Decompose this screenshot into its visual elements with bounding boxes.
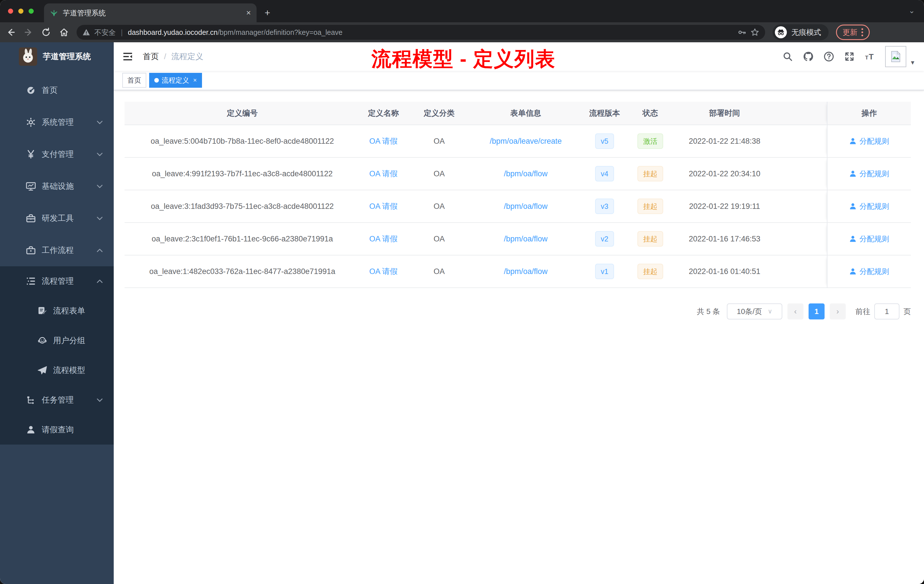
tab-close-icon[interactable]: × (246, 8, 251, 17)
definition-category: OA (407, 267, 472, 276)
new-tab-button[interactable]: + (264, 7, 270, 18)
user-icon (849, 203, 856, 210)
search-icon[interactable] (782, 51, 793, 62)
sidebar-item-任务管理[interactable]: 任务管理 (0, 385, 114, 415)
sidebar-item-请假查询[interactable]: 请假查询 (0, 415, 114, 445)
logo-rabbit-avatar (19, 48, 37, 66)
deploy-time: 2022-01-22 19:19:11 (672, 202, 778, 211)
form-info-link[interactable]: /bpm/oa/flow (504, 170, 548, 178)
page-size-select[interactable]: 10条/页 ∨ (727, 304, 782, 319)
sidebar-item-流程表单[interactable]: 流程表单 (0, 296, 114, 326)
assign-rule-link[interactable]: 分配规则 (849, 267, 889, 277)
assign-rule-link[interactable]: 分配规则 (849, 201, 889, 211)
definition-name-link[interactable]: OA 请假 (369, 170, 398, 178)
sidebar-item-支付管理[interactable]: 支付管理 (0, 138, 114, 170)
bookmark-star-icon[interactable] (750, 28, 759, 37)
browser-update-button[interactable]: 更新 (836, 25, 870, 40)
sidebar-logo[interactable]: 芋道管理系统 (0, 42, 114, 71)
definition-name-link[interactable]: OA 请假 (369, 137, 398, 145)
fullscreen-icon[interactable] (844, 51, 855, 62)
tag-首页[interactable]: 首页 (122, 73, 146, 88)
definition-category: OA (407, 202, 472, 211)
chevron-down-icon (96, 183, 104, 190)
browser-window: 芋道管理系统 × + ⌄ 不安全 | dashboard.yudao.iocod… (0, 0, 924, 584)
sidebar-item-流程模型[interactable]: 流程模型 (0, 355, 114, 385)
navbar: 首页 / 流程定义 流程模型 - 定义列表 (114, 42, 924, 71)
password-key-icon[interactable] (738, 28, 746, 36)
reload-icon[interactable] (41, 27, 51, 38)
forward-icon[interactable] (23, 27, 34, 38)
user-avatar-menu[interactable]: ▼ (885, 46, 916, 67)
assign-rule-link[interactable]: 分配规则 (849, 169, 889, 179)
breadcrumb-home[interactable]: 首页 (143, 51, 159, 62)
github-icon[interactable] (803, 51, 814, 62)
assign-rule-link[interactable]: 分配规则 (849, 136, 889, 146)
tag-close-icon[interactable]: × (193, 77, 197, 84)
url-domain: dashboard.yudao.iocoder.cn (128, 28, 218, 36)
browser-toolbar: 不安全 | dashboard.yudao.iocoder.cn/bpm/man… (0, 22, 924, 42)
sidebar-item-用户分组[interactable]: 用户分组 (0, 326, 114, 355)
sidebar-item-流程管理[interactable]: 流程管理 (0, 266, 114, 296)
definition-id: oa_leave:5:004b710b-7b8a-11ec-8ef0-acde4… (125, 137, 360, 146)
incognito-badge: 无痕模式 (772, 24, 828, 40)
home-icon[interactable] (59, 27, 69, 38)
definition-name-link[interactable]: OA 请假 (369, 202, 398, 211)
definition-name-link[interactable]: OA 请假 (369, 267, 398, 276)
version-badge: v5 (595, 134, 614, 149)
version-badge: v4 (595, 166, 614, 181)
definition-table: 定义编号 定义名称 定义分类 表单信息 流程版本 状态 部署时间 操作 oa_l… (125, 102, 911, 288)
maximize-window-button[interactable] (28, 8, 34, 14)
definition-name-link[interactable]: OA 请假 (369, 234, 398, 243)
browser-tab[interactable]: 芋道管理系统 × (44, 3, 257, 22)
prev-page-button[interactable]: ‹ (787, 304, 804, 319)
table-row: oa_leave:4:991f2193-7b7f-11ec-a3c8-acde4… (125, 158, 911, 190)
form-info-link[interactable]: /bpm/oa/flow (504, 202, 548, 211)
form-info-link[interactable]: /bpm/oa/flow (504, 267, 548, 276)
assign-rule-link[interactable]: 分配规则 (849, 234, 889, 244)
breadcrumb-current: 流程定义 (172, 51, 203, 62)
font-size-icon[interactable]: TT (865, 51, 875, 62)
browser-menu-icon[interactable] (861, 28, 863, 36)
window-controls[interactable] (0, 0, 44, 22)
person-icon (26, 425, 36, 435)
sidebar-item-首页[interactable]: 首页 (0, 74, 114, 106)
sidebar-item-研发工具[interactable]: 研发工具 (0, 202, 114, 234)
security-warning-icon[interactable] (82, 28, 90, 36)
status-badge: 挂起 (637, 231, 663, 247)
yen-icon (26, 149, 36, 159)
sidebar-item-系统管理[interactable]: 系统管理 (0, 106, 114, 138)
help-icon[interactable] (823, 51, 834, 62)
breadcrumb-separator: / (164, 52, 166, 61)
back-icon[interactable] (6, 27, 16, 38)
tag-流程定义[interactable]: 流程定义× (149, 73, 202, 88)
briefcase-icon (26, 245, 36, 256)
svg-text:T: T (865, 54, 869, 61)
chevron-down-icon (96, 396, 104, 404)
avatar-caret-icon[interactable]: ▼ (910, 59, 916, 67)
close-window-button[interactable] (8, 8, 13, 14)
navbar-actions: TT ▼ (782, 46, 916, 67)
col-definition-name: 定义名称 (360, 108, 407, 118)
table-header-row: 定义编号 定义名称 定义分类 表单信息 流程版本 状态 部署时间 操作 (125, 102, 911, 125)
tab-overflow-caret-icon[interactable]: ⌄ (909, 6, 915, 15)
next-page-button[interactable]: › (830, 304, 846, 319)
url-bar[interactable]: 不安全 | dashboard.yudao.iocoder.cn/bpm/man… (77, 25, 765, 40)
sidebar-fold-icon[interactable] (122, 51, 134, 62)
security-label[interactable]: 不安全 (94, 28, 116, 37)
sidebar-item-基础设施[interactable]: 基础设施 (0, 170, 114, 202)
form-info-link[interactable]: /bpm/oa/flow (504, 234, 548, 243)
form-info-link[interactable]: /bpm/oa/leave/create (490, 137, 562, 145)
page-number-1[interactable]: 1 (808, 304, 825, 319)
definition-id: oa_leave:3:1fad3d93-7b75-11ec-a3c8-acde4… (125, 202, 360, 211)
url-separator: | (121, 28, 123, 36)
minimize-window-button[interactable] (18, 8, 23, 14)
goto-page-input[interactable] (874, 304, 899, 319)
user-icon (849, 170, 856, 177)
dashboard-icon (26, 85, 36, 96)
status-badge: 激活 (637, 134, 663, 149)
sidebar-item-工作流程[interactable]: 工作流程 (0, 234, 114, 266)
url-text[interactable]: dashboard.yudao.iocoder.cn/bpm/manager/d… (128, 28, 343, 36)
user-icon (849, 268, 856, 275)
chevron-down-icon (96, 150, 104, 158)
broken-avatar-image-icon (885, 46, 906, 67)
